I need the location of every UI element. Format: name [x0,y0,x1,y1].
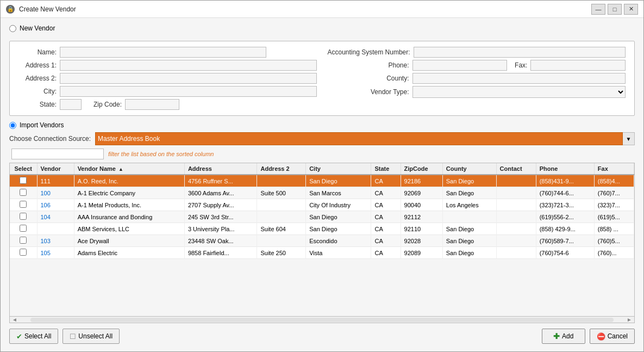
scroll-right-btn[interactable]: ► [624,317,634,323]
cell-vendorName: A.O. Reed, Inc. [74,175,184,187]
name-row: Name: [18,47,317,58]
phone-input[interactable] [412,60,508,71]
select-cell[interactable] [10,175,37,187]
cell-address2: Suite 250 [257,247,306,259]
cell-phone: (323)721-3... [536,199,594,211]
cell-zipCode: 92186 [401,175,442,187]
minimize-button[interactable]: — [591,4,605,15]
cell-fax: (619)5... [594,211,634,223]
cell-fax: (760)5... [594,235,634,247]
content-area: New Vendor Name: Address 1: Address 2: [1,18,643,351]
table-row[interactable]: 100A-1 Electric Company3600 Adams Av...S… [10,187,634,199]
cell-state: CA [371,199,401,211]
cancel-button[interactable]: ⛔ Cancel [590,329,635,344]
accounting-input[interactable] [414,47,626,58]
col-vendor-name[interactable]: Vendor Name ▲ [74,163,184,175]
select-cell[interactable] [10,247,37,259]
cell-address: 4756 Ruffner S... [184,175,257,187]
col-fax[interactable]: Fax [594,163,634,175]
col-phone[interactable]: Phone [536,163,594,175]
address2-row: Address 2: [18,73,317,84]
address1-input[interactable] [60,60,317,71]
close-button[interactable]: ✕ [624,4,638,15]
cell-fax: (760)7... [594,187,634,199]
cell-state: CA [371,247,401,259]
form-left: Name: Address 1: Address 2: City: [18,47,317,110]
new-vendor-label[interactable]: New Vendor [20,24,55,32]
table-row[interactable]: 103Ace Drywall23448 SW Oak...EscondidoCA… [10,235,634,247]
title-bar-left: 🔒 Create New Vendor [6,5,76,14]
col-contact[interactable]: Contact [496,163,536,175]
select-cell[interactable] [10,187,37,199]
col-state[interactable]: State [371,163,401,175]
select-cell[interactable] [10,223,37,235]
col-address[interactable]: Address [184,163,257,175]
maximize-button[interactable]: □ [608,4,622,15]
import-vendors-radio[interactable] [9,122,16,129]
col-city[interactable]: City [306,163,371,175]
accounting-label: Accounting System Number: [328,48,410,56]
name-input[interactable] [60,47,266,58]
vendor-table-body: 111A.O. Reed, Inc.4756 Ruffner S...San D… [10,175,634,259]
address2-input[interactable] [60,73,317,84]
city-input[interactable] [60,86,317,97]
new-vendor-radio[interactable] [9,25,16,32]
cell-city: San Diego [306,211,371,223]
accounting-row: Accounting System Number: [328,47,626,58]
state-label: State: [18,101,57,108]
connection-source-select[interactable]: Master Address Book [95,132,623,145]
row-checkbox[interactable] [20,237,27,244]
row-checkbox[interactable] [20,189,27,196]
table-row[interactable]: 105Adams Electric9858 Fairfield...Suite … [10,247,634,259]
cell-zipCode: 92069 [401,187,442,199]
col-select[interactable]: Select [10,163,37,175]
import-vendors-label[interactable]: Import Vendors [20,121,64,129]
select-all-button[interactable]: ✔ Select All [9,329,58,344]
cell-city: Escondido [306,235,371,247]
vendor-type-select[interactable] [412,86,626,98]
col-zipcode[interactable]: ZipCode [401,163,442,175]
col-vendor[interactable]: Vendor [37,163,74,175]
cell-contact [496,247,536,259]
select-cell[interactable] [10,235,37,247]
table-row[interactable]: ABM Services, LLC3 University Pla...Suit… [10,223,634,235]
unselect-all-label: Unselect All [78,332,112,340]
table-row[interactable]: 106A-1 Metal Products, Inc.2707 Supply A… [10,199,634,211]
cell-address: 9858 Fairfield... [184,247,257,259]
unselect-all-button[interactable]: ☐ Unselect All [62,329,120,344]
cell-contact [496,223,536,235]
county-input[interactable] [412,73,626,84]
cancel-icon: ⛔ [597,332,605,341]
scroll-left-btn[interactable]: ◄ [10,317,20,323]
row-checkbox[interactable] [20,201,27,208]
row-checkbox[interactable] [20,225,27,232]
form-right: Accounting System Number: Phone: Fax: Co… [328,47,626,110]
select-cell[interactable] [10,211,37,223]
state-input[interactable] [60,99,82,110]
row-checkbox[interactable] [20,249,27,256]
cell-city: San Marcos [306,187,371,199]
cell-contact [496,235,536,247]
cell-phone: (619)556-2... [536,211,594,223]
zip-input[interactable] [125,99,179,110]
row-checkbox[interactable] [20,177,27,184]
select-cell[interactable] [10,199,37,211]
cell-address: 245 SW 3rd Str... [184,211,257,223]
cell-contact [496,175,536,187]
fax-input[interactable] [530,60,626,71]
table-row[interactable]: 111A.O. Reed, Inc.4756 Ruffner S...San D… [10,175,634,187]
cell-contact [496,211,536,223]
add-button[interactable]: ✚ Add [542,329,585,344]
table-wrapper[interactable]: Select Vendor Vendor Name ▲ Address Addr… [10,163,634,316]
horizontal-scrollbar[interactable]: ◄ ► [10,316,634,323]
import-section: Import Vendors Choose Connection Source:… [9,121,635,345]
cell-phone: (760)589-7... [536,235,594,247]
col-county[interactable]: County [442,163,496,175]
address2-label: Address 2: [18,75,57,82]
cell-address: 2707 Supply Av... [184,199,257,211]
row-checkbox[interactable] [20,213,27,220]
plus-icon: ✚ [553,332,560,341]
filter-input[interactable] [11,149,104,159]
col-address2[interactable]: Address 2 [257,163,306,175]
table-row[interactable]: 104AAA Insurance and Bonding245 SW 3rd S… [10,211,634,223]
